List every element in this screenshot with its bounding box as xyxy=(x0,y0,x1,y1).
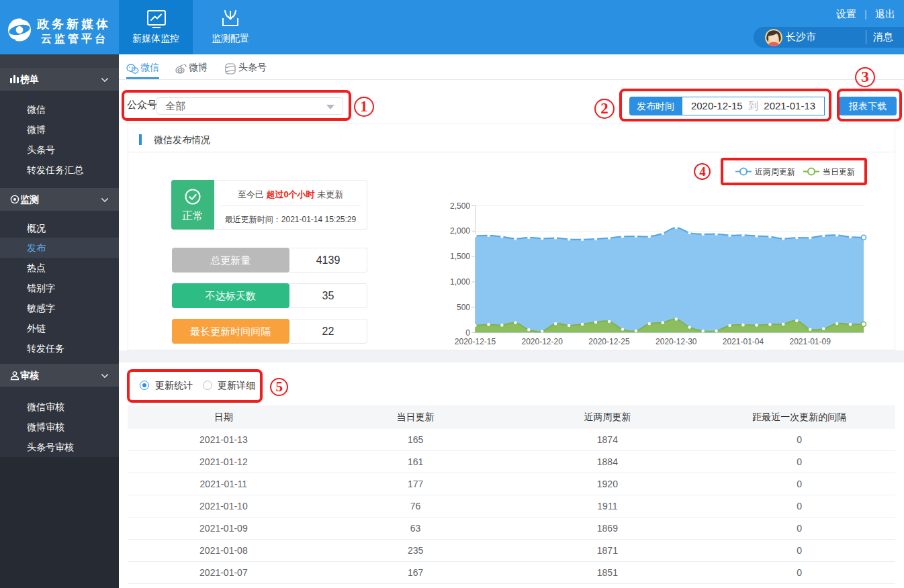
svg-text:0: 0 xyxy=(465,328,470,338)
svg-text:500: 500 xyxy=(457,303,470,312)
svg-text:2020-12-20: 2020-12-20 xyxy=(522,337,563,346)
svg-text:2,000: 2,000 xyxy=(450,226,470,236)
svg-text:2021-01-04: 2021-01-04 xyxy=(723,337,764,346)
svg-text:2021-01-09: 2021-01-09 xyxy=(790,337,831,346)
svg-text:1,500: 1,500 xyxy=(450,252,470,261)
svg-text:2020-12-30: 2020-12-30 xyxy=(656,337,697,346)
svg-text:2020-12-25: 2020-12-25 xyxy=(588,337,630,346)
svg-text:1,000: 1,000 xyxy=(450,277,470,287)
svg-text:2020-12-15: 2020-12-15 xyxy=(455,337,496,346)
svg-text:2,500: 2,500 xyxy=(450,201,470,211)
